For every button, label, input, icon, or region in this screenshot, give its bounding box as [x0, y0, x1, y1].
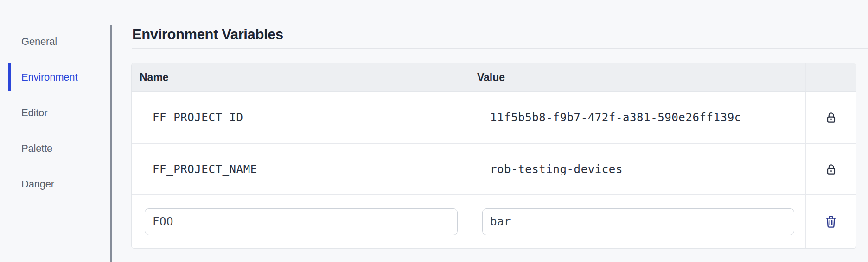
- sidebar-item-editor[interactable]: Editor: [0, 99, 110, 127]
- sidebar-item-general[interactable]: General: [0, 27, 110, 56]
- env-var-name-cell: FF_PROJECT_ID: [132, 92, 469, 143]
- env-var-actions-cell: [806, 144, 856, 194]
- environment-variables-table: Name Value FF_PROJECT_ID 11f5b5b8-f9b7-4…: [131, 63, 856, 249]
- sidebar-item-label: General: [21, 36, 57, 48]
- env-var-name: FF_PROJECT_ID: [132, 111, 243, 124]
- page-title: Environment Variables: [132, 27, 868, 42]
- new-var-name-cell: [132, 195, 469, 248]
- env-var-actions-cell: [806, 92, 856, 143]
- column-header-value: Value: [469, 63, 806, 91]
- trash-icon: [825, 215, 836, 228]
- title-divider: [132, 48, 868, 49]
- settings-sidebar: General Environment Editor Palette Dange…: [0, 27, 110, 206]
- delete-variable-button[interactable]: [823, 213, 838, 230]
- env-var-value: 11f5b5b8-f9b7-472f-a381-590e26ff139c: [469, 111, 741, 124]
- sidebar-item-label: Environment: [21, 71, 77, 83]
- new-var-value-input[interactable]: [482, 208, 794, 235]
- sidebar-item-label: Palette: [21, 143, 52, 155]
- lock-icon: [826, 112, 836, 124]
- sidebar-item-environment[interactable]: Environment: [0, 63, 110, 91]
- lock-icon: [826, 163, 836, 175]
- sidebar-item-danger[interactable]: Danger: [0, 170, 110, 198]
- column-header-actions: [806, 63, 856, 91]
- table-row-new-variable: [132, 194, 856, 248]
- sidebar-item-palette[interactable]: Palette: [0, 134, 110, 162]
- table-row: FF_PROJECT_NAME rob-testing-devices: [132, 143, 856, 194]
- env-var-name-cell: FF_PROJECT_NAME: [132, 144, 469, 194]
- settings-content: Environment Variables Name Value FF_PROJ…: [112, 0, 868, 262]
- new-var-name-input[interactable]: [145, 208, 458, 235]
- sidebar-item-label: Danger: [21, 178, 54, 190]
- new-var-actions-cell: [806, 195, 856, 248]
- column-header-name: Name: [132, 63, 469, 91]
- table-row: FF_PROJECT_ID 11f5b5b8-f9b7-472f-a381-59…: [132, 92, 856, 143]
- env-var-value-cell: 11f5b5b8-f9b7-472f-a381-590e26ff139c: [469, 92, 806, 143]
- env-var-value: rob-testing-devices: [469, 163, 623, 176]
- table-header-row: Name Value: [132, 63, 856, 92]
- sidebar-item-label: Editor: [21, 107, 47, 119]
- new-var-value-cell: [469, 195, 806, 248]
- env-var-name: FF_PROJECT_NAME: [132, 163, 257, 176]
- env-var-value-cell: rob-testing-devices: [469, 144, 806, 194]
- active-indicator: [8, 63, 11, 91]
